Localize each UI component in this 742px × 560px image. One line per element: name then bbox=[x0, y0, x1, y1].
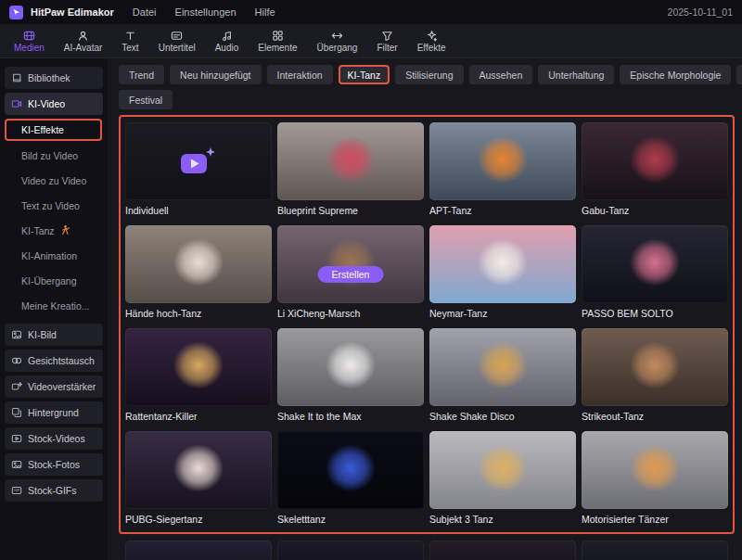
effect-card-li-xicheng-marsch[interactable]: ErstellenLi XiCheng-Marsch bbox=[277, 225, 424, 319]
effect-card-individuell[interactable]: Individuell bbox=[125, 122, 272, 216]
enhancer-icon bbox=[11, 381, 22, 392]
filter-chip-stilisierung[interactable]: Stilisierung bbox=[395, 65, 463, 84]
effect-card-blueprint-supreme[interactable]: Blueprint Supreme bbox=[277, 122, 424, 216]
filter-chip-festival[interactable]: Festival bbox=[119, 90, 173, 109]
toolbar-tab-ai-avatar[interactable]: AI-Avatar bbox=[56, 27, 111, 55]
effect-card-strikeout-tanz[interactable]: Strikeout-Tanz bbox=[582, 328, 728, 422]
toolbar-tab-text[interactable]: Text bbox=[113, 27, 147, 55]
effect-thumbnail[interactable] bbox=[125, 122, 272, 200]
sidebar-subitem-video-zu-video[interactable]: Video zu Video bbox=[5, 168, 103, 193]
toolbar-tab-elemente[interactable]: Elemente bbox=[249, 27, 305, 55]
effect-card-shake-it-to-the-max[interactable]: Shake It to the Max bbox=[277, 328, 424, 422]
effect-thumbnail-partial[interactable] bbox=[582, 541, 728, 560]
toolbar-tab-label: Elemente bbox=[258, 43, 297, 53]
effect-card-subjekt-3-tanz[interactable]: Subjekt 3 Tanz bbox=[429, 431, 576, 525]
effect-thumbnail-partial[interactable] bbox=[125, 541, 272, 560]
filter-chip-interaktion[interactable]: Interaktion bbox=[267, 65, 333, 84]
menu-hilfe[interactable]: Hilfe bbox=[255, 6, 275, 18]
thumbnail-subject bbox=[621, 439, 689, 504]
effect-card-label: PUBG-Siegertanz bbox=[125, 514, 272, 525]
library-icon bbox=[11, 72, 22, 83]
sidebar-item-videoverstärker[interactable]: Videoverstärker bbox=[5, 375, 103, 398]
toolbar-tab-übergang[interactable]: Übergang bbox=[309, 27, 366, 55]
toolbar-tab-untertitel[interactable]: Untertitel bbox=[150, 27, 204, 55]
effect-thumbnail[interactable] bbox=[125, 328, 272, 406]
effect-card-gabu-tanz[interactable]: Gabu-Tanz bbox=[582, 122, 728, 216]
effect-card-apt-tanz[interactable]: APT-Tanz bbox=[429, 122, 576, 216]
sidebar-subitem-bild-zu-video[interactable]: Bild zu Video bbox=[5, 143, 103, 168]
toolbar-tab-filter[interactable]: Filter bbox=[368, 27, 405, 55]
effect-thumbnail[interactable] bbox=[582, 122, 728, 200]
toolbar-tab-label: Untertitel bbox=[159, 43, 196, 53]
effect-card-label: Hände hoch-Tanz bbox=[125, 308, 272, 319]
sidebar-item-gesichtstausch[interactable]: Gesichtstausch bbox=[5, 350, 103, 372]
sidebar-subitem-ki-tanz[interactable]: KI-Tanz bbox=[5, 218, 103, 243]
effect-thumbnail[interactable] bbox=[125, 225, 272, 303]
filter-chip-epische-morphologie[interactable]: Epische Morphologie bbox=[620, 65, 731, 84]
effect-thumbnail-partial[interactable] bbox=[277, 541, 424, 560]
effect-card-label: Blueprint Supreme bbox=[277, 205, 424, 216]
effect-thumbnail[interactable] bbox=[429, 225, 576, 303]
custom-effect-icon bbox=[125, 122, 272, 200]
menu-bar: DateiEinstellungenHilfe bbox=[133, 6, 294, 18]
sidebar-subitem-ki-übergang[interactable]: KI-Übergang bbox=[5, 268, 103, 293]
effect-thumbnail[interactable] bbox=[277, 431, 424, 509]
menu-einstellungen[interactable]: Einstellungen bbox=[175, 6, 237, 18]
sidebar-item-stock-gifs[interactable]: GIFStock-GIFs bbox=[5, 479, 103, 502]
toolbar-tab-effekte[interactable]: Effekte bbox=[409, 27, 454, 55]
sidebar-item-stock-fotos[interactable]: Stock-Fotos bbox=[5, 453, 103, 476]
effect-card-label: Gabu-Tanz bbox=[582, 205, 728, 216]
toolbar-tab-audio[interactable]: Audio bbox=[207, 27, 248, 55]
filter-chip-trend[interactable]: Trend bbox=[119, 65, 164, 84]
effect-card-shake-shake-disco[interactable]: Shake Shake Disco bbox=[429, 328, 576, 422]
filter-chip-unterhaltung[interactable]: Unterhaltung bbox=[538, 65, 614, 84]
filter-chip-haustiere[interactable]: Haustiere bbox=[736, 65, 742, 84]
filter-chip-ki-tanz[interactable]: KI-Tanz bbox=[339, 65, 390, 84]
effect-card-label: Shake Shake Disco bbox=[429, 411, 576, 422]
effect-thumbnail[interactable]: Erstellen bbox=[277, 225, 424, 303]
sidebar-subitem-ki-effekte[interactable]: KI-Effekte bbox=[5, 119, 102, 141]
effect-thumbnail[interactable] bbox=[125, 431, 272, 509]
filter-chip-row-1: TrendNeu hinzugefügtInteraktionKI-TanzSt… bbox=[119, 65, 735, 84]
effect-thumbnail-partial[interactable] bbox=[429, 541, 576, 560]
sidebar-subitem-ki-animation[interactable]: KI-Animation bbox=[5, 243, 103, 268]
menu-datei[interactable]: Datei bbox=[133, 6, 157, 18]
sidebar-item-bibliothek[interactable]: Bibliothek bbox=[5, 67, 103, 89]
effect-card-neymar-tanz[interactable]: Neymar-Tanz bbox=[429, 225, 576, 319]
sidebar-subitem-text-zu-video[interactable]: Text zu Video bbox=[5, 193, 103, 218]
effect-thumbnail[interactable] bbox=[582, 431, 728, 509]
effect-thumbnail[interactable] bbox=[429, 328, 576, 406]
effect-thumbnail[interactable] bbox=[277, 122, 424, 200]
avatar-icon bbox=[77, 29, 89, 42]
sidebar-subitem-label: Text zu Video bbox=[21, 200, 80, 211]
filter-chip-neu-hinzugefügt[interactable]: Neu hinzugefügt bbox=[170, 65, 261, 84]
sidebar-subitem-meine-kreatio[interactable]: Meine Kreatio... bbox=[5, 293, 103, 318]
effect-thumbnail[interactable] bbox=[429, 122, 576, 200]
sidebar-subitem-label: Bild zu Video bbox=[21, 150, 78, 161]
effect-card-pubg-siegertanz[interactable]: PUBG-Siegertanz bbox=[125, 431, 272, 525]
filter-chip-aussehen[interactable]: Aussehen bbox=[469, 65, 533, 84]
thumbnail-subject bbox=[621, 233, 689, 299]
effect-card-motorisierter-tänzer[interactable]: Motorisierter Tänzer bbox=[582, 431, 728, 525]
sidebar-item-ki-video[interactable]: KI-Video bbox=[5, 93, 103, 115]
effect-card-skeletttanz[interactable]: Skeletttanz bbox=[277, 431, 424, 525]
sidebar-item-ki-bild[interactable]: KI-Bild bbox=[5, 324, 103, 346]
erstellen-button[interactable]: Erstellen bbox=[318, 266, 384, 283]
effect-thumbnail[interactable] bbox=[277, 328, 424, 406]
effect-card-passo-bem-solto[interactable]: PASSO BEM SOLTO bbox=[582, 225, 728, 319]
effect-card-hände-hoch-tanz[interactable]: Hände hoch-Tanz bbox=[125, 225, 272, 319]
effect-thumbnail[interactable] bbox=[582, 328, 728, 406]
effect-card-rattentanz-killer[interactable]: Rattentanz-Killer bbox=[125, 328, 272, 422]
sidebar-item-hintergrund[interactable]: Hintergrund bbox=[5, 401, 103, 424]
elements-icon bbox=[272, 29, 284, 42]
app-logo-icon bbox=[9, 6, 23, 19]
sidebar-item-stock-videos[interactable]: Stock-Videos bbox=[5, 427, 103, 450]
effect-thumbnail[interactable] bbox=[582, 225, 728, 303]
face-swap-icon bbox=[11, 355, 22, 366]
effect-thumbnail[interactable] bbox=[429, 431, 576, 509]
thumbnail-subject bbox=[469, 233, 537, 299]
app-title: HitPaw Edimakor bbox=[31, 6, 114, 18]
thumbnail-subject bbox=[165, 233, 233, 299]
thumbnail-subject bbox=[621, 130, 689, 196]
toolbar-tab-medien[interactable]: Medien bbox=[6, 27, 53, 55]
